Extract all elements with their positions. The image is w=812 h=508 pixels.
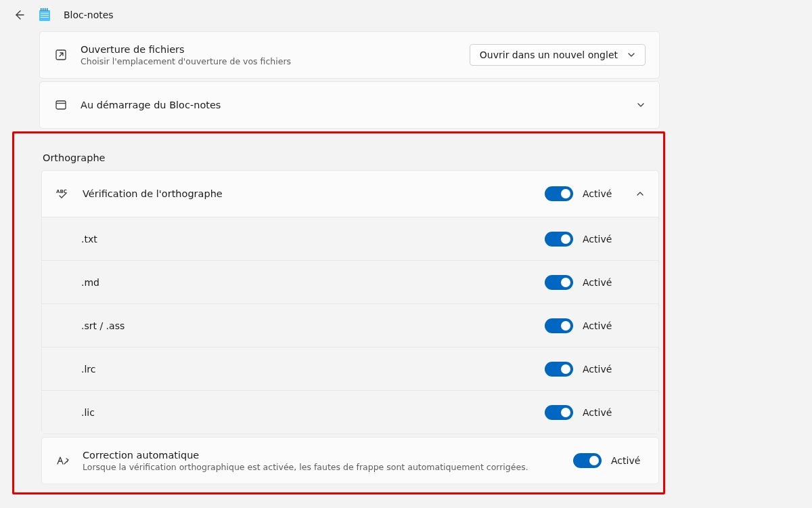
extension-toggle[interactable] (545, 232, 573, 247)
spelling-section-title: Orthographe (43, 152, 659, 163)
chevron-up-icon[interactable] (635, 189, 645, 198)
spell-check-row[interactable]: ABC Vérification de l'orthographe Activé (42, 171, 658, 217)
extension-row: .lic Activé (42, 390, 658, 433)
app-title: Bloc-notes (64, 9, 114, 20)
startup-title: Au démarrage du Bloc-notes (81, 100, 617, 110)
autocorrect-subtitle: Lorsque la vérification orthographique e… (83, 462, 573, 472)
svg-rect-3 (45, 8, 45, 11)
extension-label: .lic (81, 407, 545, 418)
file-opening-dropdown[interactable]: Ouvrir dans un nouvel onglet (470, 44, 646, 66)
chevron-down-icon[interactable] (636, 100, 646, 110)
svg-rect-1 (41, 8, 41, 11)
autocorrect-card: Correction automatique Lorsque la vérifi… (41, 437, 659, 484)
svg-rect-5 (41, 13, 49, 14)
open-external-icon (53, 47, 68, 62)
spell-check-state: Activé (583, 188, 616, 199)
window-icon (53, 98, 68, 112)
autocorrect-title: Correction automatique (83, 450, 573, 461)
highlight-annotation: Orthographe ABC Vérification de l'orthog… (12, 131, 665, 494)
spell-check-extension-list: .txt Activé .md Activé .srt (42, 217, 658, 433)
extension-toggle[interactable] (545, 318, 573, 333)
extension-label: .lrc (81, 364, 545, 375)
extension-state: Activé (583, 407, 616, 418)
extension-row: .lrc Activé (42, 347, 658, 390)
startup-card[interactable]: Au démarrage du Bloc-notes (39, 81, 660, 129)
extension-label: .txt (81, 234, 545, 245)
svg-rect-4 (47, 8, 47, 11)
spellcheck-icon: ABC (55, 186, 70, 201)
file-opening-card: Ouverture de fichiers Choisir l'emplacem… (39, 31, 660, 79)
svg-rect-2 (43, 8, 43, 11)
svg-rect-7 (41, 17, 49, 18)
arrow-left-icon (14, 9, 24, 20)
spell-check-title: Vérification de l'orthographe (83, 188, 545, 199)
notepad-app-icon (38, 8, 51, 22)
autocorrect-toggle[interactable] (573, 453, 602, 468)
extension-state: Activé (583, 277, 616, 288)
file-opening-title: Ouverture de fichiers (81, 44, 470, 55)
extension-toggle[interactable] (545, 275, 573, 290)
autocorrect-state: Activé (611, 455, 645, 466)
extension-state: Activé (583, 320, 616, 331)
extension-state: Activé (583, 364, 616, 375)
svg-rect-9 (56, 101, 66, 109)
extension-row: .txt Activé (42, 217, 658, 260)
chevron-down-icon (627, 51, 635, 59)
extension-toggle[interactable] (545, 362, 573, 377)
extension-row: .srt / .ass Activé (42, 303, 658, 347)
extension-row: .md Activé (42, 260, 658, 303)
header-bar: Bloc-notes (0, 0, 812, 31)
back-button[interactable] (12, 8, 26, 22)
spell-check-toggle[interactable] (545, 186, 573, 201)
extension-label: .md (81, 277, 545, 288)
spell-check-card: ABC Vérification de l'orthographe Activé… (41, 170, 659, 434)
extension-label: .srt / .ass (81, 320, 545, 331)
svg-rect-6 (41, 15, 49, 16)
extension-toggle[interactable] (545, 405, 573, 420)
file-opening-subtitle: Choisir l'emplacement d'ouverture de vos… (81, 56, 470, 66)
autocorrect-icon (55, 453, 70, 468)
file-opening-dropdown-value: Ouvrir dans un nouvel onglet (480, 49, 618, 60)
extension-state: Activé (583, 234, 616, 245)
